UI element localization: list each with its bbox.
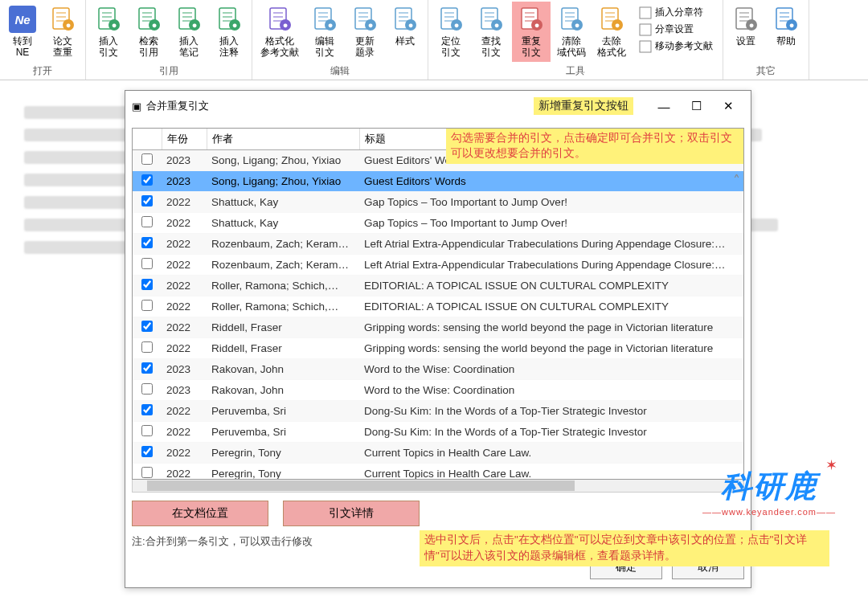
table-row[interactable]: 2022Rozenbaum, Zach; Keram…Left Atrial E… <box>133 255 743 276</box>
update-record-button[interactable]: ●更新 题录 <box>346 2 384 62</box>
table-row[interactable]: 2022Shattuck, KayGap Topics – Too Import… <box>133 192 743 213</box>
goto-ne-button[interactable]: Ne转到 NE <box>3 2 42 62</box>
cell-author: Rozenbaum, Zach; Keram… <box>207 234 359 255</box>
find-citation-button[interactable]: ●查找 引文 <box>472 2 510 62</box>
ribbon-button-label: 重复 引文 <box>522 35 541 59</box>
cell-year: 2023 <box>162 380 207 401</box>
cell-year: 2022 <box>162 401 207 422</box>
help-button[interactable]: ●帮助 <box>767 2 805 50</box>
row-checkbox[interactable] <box>141 467 153 478</box>
ribbon-button-label: 去除 格式化 <box>597 35 626 59</box>
watermark-text: 科研鹿 <box>702 466 836 507</box>
remove-format-button[interactable]: ●去除 格式化 <box>592 2 631 62</box>
insert-section-break[interactable]: 插入分章符 <box>636 5 716 20</box>
table-row[interactable]: 2022Roller, Ramona; Schich,…EDITORIAL: A… <box>133 276 743 296</box>
cell-author: Riddell, Fraser <box>207 338 359 359</box>
row-checkbox[interactable] <box>141 362 153 374</box>
duplicate-citation-icon: ● <box>517 5 546 34</box>
row-checkbox[interactable] <box>141 341 153 353</box>
cell-year: 2022 <box>162 317 207 338</box>
format-refs-button[interactable]: ●格式化 参考文献 <box>256 2 304 62</box>
table-row[interactable]: 2023Rakovan, JohnWord to the Wise: Coord… <box>133 380 743 401</box>
move-references[interactable]: 移动参考文献 <box>636 39 716 54</box>
cell-year: 2023 <box>162 359 207 380</box>
table-row[interactable]: 2022Riddell, FraserGripping words: sensi… <box>133 317 743 338</box>
row-checkbox[interactable] <box>141 258 153 269</box>
row-checkbox[interactable] <box>141 216 153 227</box>
row-checkbox[interactable] <box>141 153 153 165</box>
horizontal-scrollbar[interactable] <box>132 480 744 493</box>
table-row[interactable]: 2022Peruvemba, SriDong-Su Kim: In the Wo… <box>133 401 743 422</box>
locate-in-doc-button[interactable]: 在文档位置 <box>132 501 268 526</box>
clear-field-button[interactable]: ●清除 域代码 <box>552 2 591 62</box>
table-row[interactable]: 2023Rakovan, JohnWord to the Wise: Coord… <box>133 359 743 380</box>
cell-title: Word to the Wise: Coordination <box>359 380 743 401</box>
citations-table: 年份 作者 标题 2023Song, Ligang; Zhou, YixiaoG… <box>133 129 743 480</box>
insert-section-break-icon <box>639 6 652 19</box>
row-checkbox[interactable] <box>141 321 153 332</box>
table-row[interactable]: 2022Riddell, FraserGripping words: sensi… <box>133 338 743 359</box>
row-checkbox[interactable] <box>141 446 153 457</box>
cell-year: 2022 <box>162 276 207 296</box>
insert-note-button[interactable]: ●插入 笔记 <box>170 2 208 62</box>
cell-author: Riddell, Fraser <box>207 317 359 338</box>
svg-text:●: ● <box>232 20 238 30</box>
row-checkbox[interactable] <box>141 404 153 415</box>
insert-comment-icon: ● <box>215 5 244 34</box>
style-button[interactable]: ●样式 <box>386 2 424 50</box>
row-checkbox[interactable] <box>141 279 153 290</box>
insert-citation-button[interactable]: ●插入 引文 <box>89 2 128 62</box>
ribbon-button-label: 定位 引文 <box>441 35 461 59</box>
locate-citation-button[interactable]: ●定位 引文 <box>432 2 470 62</box>
svg-rect-87 <box>640 24 651 35</box>
row-checkbox[interactable] <box>141 174 153 186</box>
settings-button[interactable]: ●设置 <box>727 2 765 50</box>
col-checkbox[interactable] <box>133 129 162 150</box>
cell-title: EDITORIAL: A TOPICAL ISSUE ON CULTURAL C… <box>359 276 743 296</box>
cell-author: Roller, Ramona; Schich,… <box>207 296 359 317</box>
cell-year: 2022 <box>162 255 207 276</box>
cell-title: Gripping words: sensing the world beyond… <box>359 317 743 338</box>
row-checkbox[interactable] <box>141 195 153 206</box>
insert-comment-button[interactable]: ●插入 注释 <box>210 2 248 62</box>
col-author[interactable]: 作者 <box>207 129 359 150</box>
ribbon-toolbar: Ne转到 NE●论文 查重打开●插入 引文●检索 引用●插入 笔记●插入 注释引… <box>0 0 868 80</box>
close-button[interactable]: ✕ <box>712 96 744 117</box>
ribbon-button-label: 清除 域代码 <box>557 35 586 59</box>
ribbon-button-label: 帮助 <box>776 35 796 47</box>
row-checkbox[interactable] <box>141 383 153 395</box>
table-row[interactable]: 2022Peruvemba, SriDong-Su Kim: In the Wo… <box>133 422 743 443</box>
search-citation-icon: ● <box>134 5 163 34</box>
cell-author: Peregrin, Tony <box>207 464 359 480</box>
maximize-button[interactable]: ☐ <box>680 96 712 117</box>
ribbon-button-label: 编辑 引文 <box>315 35 334 59</box>
table-row[interactable]: 2022Peregrin, TonyCurrent Topics in Heal… <box>133 464 743 480</box>
paper-check-button[interactable]: ●论文 查重 <box>43 2 82 62</box>
ribbon-button-label: 更新 题录 <box>355 35 375 59</box>
annotation-new-button: 新增重复引文按钮 <box>534 97 633 115</box>
table-row[interactable]: 2022Roller, Ramona; Schich,…EDITORIAL: A… <box>133 296 743 317</box>
scroll-up-icon[interactable]: ˄ <box>733 172 740 190</box>
duplicate-citation-button[interactable]: ●重复 引文 <box>512 2 551 62</box>
table-row[interactable]: 2022Rozenbaum, Zach; Keram…Left Atrial E… <box>133 234 743 255</box>
search-citation-button[interactable]: ●检索 引用 <box>129 2 168 62</box>
table-row[interactable]: 2022Peregrin, TonyCurrent Topics in Heal… <box>133 443 743 464</box>
citation-detail-button[interactable]: 引文详情 <box>283 501 420 526</box>
cell-title: Gripping words: sensing the world beyond… <box>359 338 743 359</box>
help-icon: ● <box>772 5 800 34</box>
row-checkbox[interactable] <box>141 425 153 436</box>
table-row[interactable]: 2022Shattuck, KayGap Topics – Too Import… <box>133 213 743 234</box>
update-record-icon: ● <box>350 5 379 34</box>
clear-field-icon: ● <box>557 5 586 34</box>
row-checkbox[interactable] <box>141 237 153 248</box>
cell-author: Rakovan, John <box>207 359 359 380</box>
edit-citation-button[interactable]: ●编辑 引文 <box>305 2 344 62</box>
table-row[interactable]: 2023Song, Ligang; Zhou, YixiaoGuest Edit… <box>133 171 743 192</box>
col-year[interactable]: 年份 <box>162 129 207 150</box>
row-checkbox[interactable] <box>141 300 153 311</box>
settings-icon: ● <box>731 5 760 34</box>
ribbon-button-label: 论文 查重 <box>53 35 72 59</box>
cell-title: Word to the Wise: Coordination <box>359 359 743 380</box>
section-settings[interactable]: 分章设置 <box>636 22 716 37</box>
minimize-button[interactable]: — <box>648 96 680 117</box>
